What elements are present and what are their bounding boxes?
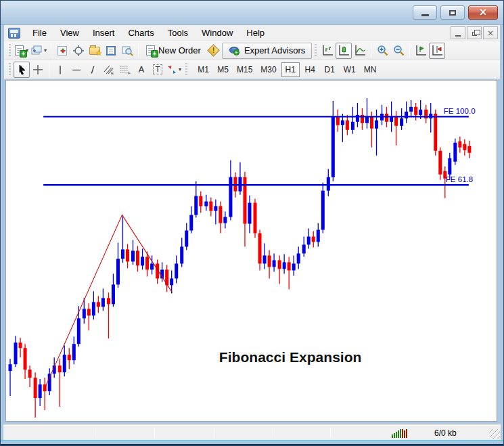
bar-chart-button[interactable] <box>319 43 336 59</box>
toolbar-separator <box>49 62 49 76</box>
timeframe-toolbar: M1M5M15M30H1H4D1W1MN <box>194 62 380 77</box>
chart-shift-button[interactable] <box>429 43 445 59</box>
window-controls: × <box>413 5 498 20</box>
timeframe-m15[interactable]: M15 <box>233 62 256 77</box>
chart-window-controls: × <box>451 26 498 39</box>
chart-minimize-icon <box>455 35 461 37</box>
auto-scroll-button[interactable] <box>413 43 429 59</box>
menu-item-tools[interactable]: Tools <box>161 26 195 40</box>
toolbar-grip[interactable] <box>9 44 11 58</box>
menu-item-file[interactable]: File <box>26 26 53 40</box>
connection-status-icon <box>392 428 409 438</box>
metaeditor-button[interactable]: ! <box>206 43 222 59</box>
toolbar-grip[interactable] <box>315 44 317 58</box>
crosshair-button[interactable] <box>30 62 46 78</box>
strategy-tester-icon <box>122 45 133 56</box>
fibonacci-retracement-button[interactable]: F <box>117 62 133 78</box>
chevron-down-icon: ▾ <box>44 47 47 53</box>
new-chart-icon: + <box>15 45 24 55</box>
timeframe-mn[interactable]: MN <box>361 62 380 77</box>
timeframe-h1[interactable]: H1 <box>281 62 300 77</box>
market-watch-button[interactable] <box>54 43 70 59</box>
timeframe-d1[interactable]: D1 <box>321 62 339 77</box>
svg-text:FE 61.8: FE 61.8 <box>446 175 473 183</box>
chart-canvas[interactable]: FE 100.0FE 61.8Fibonacci Expansion <box>6 81 497 421</box>
svg-text:F: F <box>128 71 131 75</box>
status-separator <box>95 428 95 438</box>
status-separator <box>273 428 273 438</box>
profiles-icon <box>31 45 42 56</box>
timeframe-h4[interactable]: H4 <box>301 62 319 77</box>
chevron-down-icon: ▾ <box>179 66 181 72</box>
chart-shift-icon <box>431 45 443 56</box>
chart-minimize-button[interactable] <box>451 26 465 39</box>
toolbar-grip[interactable] <box>9 63 11 76</box>
timeframe-m30[interactable]: M30 <box>257 62 279 77</box>
data-window-icon <box>73 45 84 56</box>
timeframe-m1[interactable]: M1 <box>194 62 212 77</box>
zoom-out-button[interactable] <box>390 43 407 59</box>
cursor-button[interactable] <box>14 62 30 78</box>
menu-item-window[interactable]: Window <box>195 26 239 40</box>
equidistant-channel-button[interactable]: E <box>101 62 117 78</box>
trendline-button[interactable]: / <box>85 62 101 78</box>
svg-text:FE 100.0: FE 100.0 <box>444 107 476 115</box>
fibonacci-retracement-icon: F <box>119 64 131 75</box>
text-button[interactable]: A <box>133 62 150 78</box>
menu-item-help[interactable]: Help <box>239 26 271 40</box>
arrows-button[interactable]: ▾ <box>166 62 183 78</box>
toolbar-grip[interactable] <box>185 63 187 76</box>
timeframe-m5[interactable]: M5 <box>214 62 232 77</box>
status-separator <box>154 428 155 438</box>
strategy-tester-button[interactable] <box>119 43 135 59</box>
new-order-icon: + <box>146 45 155 55</box>
market-watch-icon <box>58 46 67 55</box>
navigator-icon: ★ <box>89 47 100 55</box>
text-icon: A <box>139 64 145 74</box>
toolbar-separator <box>51 43 51 58</box>
vertical-line-icon: | <box>59 64 62 74</box>
profiles-button[interactable]: ▾ <box>30 43 48 59</box>
menu-item-view[interactable]: View <box>53 26 86 40</box>
line-chart-icon <box>354 45 366 56</box>
close-icon: × <box>479 7 488 18</box>
timeframe-w1[interactable]: W1 <box>340 62 359 77</box>
menu-item-insert[interactable]: Insert <box>86 26 122 40</box>
navigator-button[interactable]: ★ <box>87 43 103 59</box>
terminal-button[interactable] <box>103 43 119 59</box>
chart-restore-button[interactable] <box>467 26 482 39</box>
title-bar: × <box>1 1 503 25</box>
vertical-line-button[interactable]: | <box>52 62 68 78</box>
text-label-button[interactable]: T <box>150 62 166 78</box>
maximize-icon <box>449 10 456 16</box>
metaeditor-icon: ! <box>208 44 220 56</box>
candlestick-chart-icon <box>338 45 350 56</box>
zoom-in-button[interactable] <box>374 43 390 59</box>
menu-item-charts[interactable]: Charts <box>121 26 160 40</box>
chart-restore-icon <box>472 32 477 36</box>
zoom-in-icon <box>377 45 388 56</box>
maximize-button[interactable] <box>440 5 465 20</box>
close-button[interactable]: × <box>468 5 498 20</box>
minimize-button[interactable] <box>413 5 437 20</box>
zoom-out-icon <box>393 45 405 56</box>
chart-close-button[interactable]: × <box>483 26 498 39</box>
expert-advisors-label: Expert Advisors <box>244 45 305 55</box>
status-separator <box>330 428 331 438</box>
toolbar-separator <box>409 43 410 58</box>
trendline-icon: / <box>91 64 94 74</box>
data-window-button[interactable] <box>70 43 87 59</box>
line-chart-button[interactable] <box>352 43 368 59</box>
chart-area[interactable]: FE 100.0FE 61.8Fibonacci Expansion <box>5 80 497 422</box>
new-chart-button[interactable]: + ▾ <box>14 43 30 59</box>
toolbar-separator <box>138 43 139 58</box>
minimize-icon <box>421 14 429 16</box>
metatrader-window: × FileViewInsertChartsToolsWindowHelp × … <box>1 1 503 445</box>
resize-grip[interactable] <box>490 429 500 439</box>
horizontal-line-button[interactable]: — <box>68 62 85 78</box>
status-separator <box>214 428 215 438</box>
new-order-button[interactable]: + New Order <box>141 43 206 59</box>
expert-advisors-button[interactable]: Expert Advisors <box>222 43 312 59</box>
candlestick-chart-button[interactable] <box>336 43 352 59</box>
app-icon[interactable] <box>8 28 20 39</box>
